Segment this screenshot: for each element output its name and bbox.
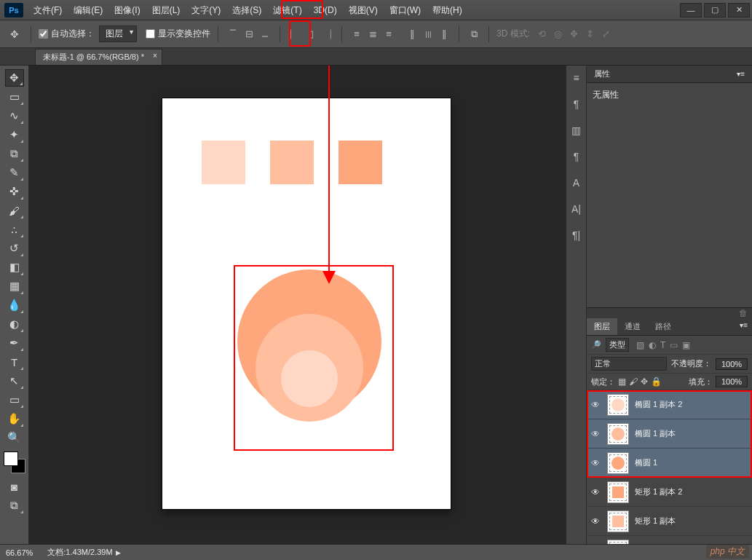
auto-align-icon[interactable]: ⧉ (467, 27, 481, 42)
lock-all-icon[interactable]: 🔒 (651, 376, 662, 387)
3d-scale-icon[interactable]: ⤢ (598, 27, 613, 42)
tool-gradient[interactable]: ▦ (5, 277, 24, 295)
menu-window[interactable]: 窗口(W) (384, 1, 427, 20)
properties-flyout-icon[interactable]: ▾≡ (737, 70, 745, 78)
tool-stamp[interactable]: ⛬ (5, 221, 24, 238)
layer-thumb[interactable] (607, 481, 629, 503)
visibility-icon[interactable]: 👁 (591, 429, 601, 439)
layer-row[interactable]: 👁 椭圆 1 (587, 449, 752, 478)
layer-name[interactable]: 矩形 1 副本 2 (635, 486, 682, 497)
tool-crop[interactable]: ⧉ (5, 145, 24, 162)
tool-path[interactable]: ↖ (5, 372, 24, 390)
tool-type[interactable]: T (5, 353, 24, 371)
align-hcenter-icon[interactable]: ▯ (304, 27, 318, 42)
tool-eraser[interactable]: ◧ (5, 259, 24, 276)
3d-orbit-icon[interactable]: ⟲ (534, 27, 549, 42)
dist-bottom-icon[interactable]: ≡ (381, 27, 396, 42)
menu-filter[interactable]: 滤镜(T) (267, 1, 307, 20)
close-tab-icon[interactable]: × (153, 52, 157, 60)
filter-kind-icon[interactable]: 🔎 (591, 340, 601, 350)
menu-select[interactable]: 选择(S) (226, 1, 267, 20)
visibility-icon[interactable]: 👁 (591, 487, 601, 497)
dock-glyph-icon[interactable]: A| (569, 202, 584, 216)
dist-vcenter-icon[interactable]: ≣ (365, 27, 380, 42)
menu-edit[interactable]: 编辑(E) (68, 1, 108, 20)
dock-history-icon[interactable]: ≡ (569, 71, 584, 84)
visibility-icon[interactable]: 👁 (591, 400, 601, 410)
auto-select-check[interactable]: 自动选择： (39, 28, 95, 40)
tool-pen[interactable]: ✒ (5, 334, 24, 352)
blend-mode-dropdown[interactable]: 正常 (591, 357, 667, 371)
dock-styles-icon[interactable]: A (569, 176, 584, 189)
lock-pos-icon[interactable]: ✥ (641, 376, 648, 387)
tool-shape[interactable]: ▭ (5, 391, 24, 409)
layer-name[interactable]: 椭圆 1 (635, 457, 657, 468)
tool-lasso[interactable]: ∿ (5, 107, 24, 125)
tab-layers[interactable]: 图层 (587, 318, 617, 335)
document-tab[interactable]: 未标题-1 @ 66.7%(RGB/8) * × (35, 49, 162, 65)
fill-value[interactable]: 100% (716, 376, 748, 387)
show-transform-checkbox[interactable] (146, 29, 155, 39)
dock-para2-icon[interactable]: ¶| (569, 229, 584, 242)
menu-file[interactable]: 文件(F) (28, 1, 68, 20)
properties-tab[interactable]: 属性 ▾≡ (587, 66, 752, 83)
menu-view[interactable]: 视图(V) (343, 1, 384, 20)
tool-eyedropper[interactable]: ✎ (5, 164, 24, 181)
tool-marquee[interactable]: ▭ (5, 88, 24, 106)
trash-icon[interactable]: 🗑 (739, 308, 748, 318)
dock-char-icon[interactable]: ¶ (569, 98, 584, 111)
auto-select-checkbox[interactable] (39, 29, 48, 39)
dist-left-icon[interactable]: ‖ (405, 27, 419, 42)
dock-para-icon[interactable]: ¶ (569, 150, 584, 163)
tool-history-brush[interactable]: ↺ (5, 240, 24, 257)
visibility-icon[interactable]: 👁 (591, 516, 601, 527)
dist-hcenter-icon[interactable]: ⫼ (421, 27, 435, 42)
layer-row[interactable]: 👁 矩形 1 副本 2 (587, 478, 752, 507)
lock-trans-icon[interactable]: ▦ (618, 376, 626, 387)
tool-zoom[interactable]: 🔍 (5, 429, 24, 446)
3d-pan-icon[interactable]: ✥ (566, 27, 581, 42)
dist-right-icon[interactable]: ‖ (437, 27, 451, 42)
layer-thumb[interactable] (607, 510, 629, 532)
align-right-icon[interactable]: ⎹ (320, 27, 334, 42)
tool-move[interactable]: ✥ (5, 69, 24, 87)
3d-slide-icon[interactable]: ⇕ (582, 27, 597, 42)
maximize-button[interactable]: ▢ (704, 3, 726, 17)
tool-dodge[interactable]: ◐ (5, 315, 24, 333)
menu-layer[interactable]: 图层(L) (146, 1, 186, 20)
layer-row[interactable]: 👁 椭圆 1 副本 (587, 419, 752, 449)
3d-roll-icon[interactable]: ◎ (550, 27, 565, 42)
shape-rect-1[interactable] (202, 141, 245, 184)
filter-pixel-icon[interactable]: ▧ (636, 340, 644, 350)
layer-thumb[interactable] (607, 452, 629, 474)
show-transform-check[interactable]: 显示变换控件 (146, 28, 210, 40)
filter-shape-icon[interactable]: ▭ (670, 340, 678, 350)
tool-screenmode[interactable]: ⧉ (5, 497, 24, 514)
layers-flyout-icon[interactable]: ▾≡ (735, 318, 752, 335)
menu-image[interactable]: 图像(I) (108, 1, 146, 20)
shape-rect-3[interactable] (339, 141, 382, 184)
tab-channels[interactable]: 通道 (617, 318, 648, 335)
lock-paint-icon[interactable]: 🖌 (629, 376, 638, 387)
dock-swatches-icon[interactable]: ▥ (569, 124, 584, 137)
tool-blur[interactable]: 💧 (5, 296, 24, 314)
filter-adjust-icon[interactable]: ◐ (649, 340, 656, 350)
color-swatches[interactable] (4, 451, 25, 473)
layer-row[interactable]: 👁 矩形 1 副本 (587, 507, 752, 536)
filter-type-icon[interactable]: T (660, 340, 665, 350)
doc-size[interactable]: 文档:1.43M/2.39M▶ (47, 547, 120, 558)
shape-ellipse-3[interactable] (281, 350, 338, 407)
layer-name[interactable]: 矩形 1 副本 (635, 516, 676, 527)
visibility-icon[interactable]: 👁 (591, 458, 601, 468)
fg-color-swatch[interactable] (4, 451, 18, 466)
menu-3d[interactable]: 3D(D) (308, 1, 343, 20)
minimize-button[interactable]: — (680, 3, 702, 17)
menu-help[interactable]: 帮助(H) (427, 1, 468, 20)
layer-thumb[interactable] (607, 394, 629, 416)
document-canvas[interactable] (162, 98, 451, 509)
tab-paths[interactable]: 路径 (648, 318, 678, 335)
layer-row[interactable]: 👁 椭圆 1 副本 2 (587, 390, 752, 419)
tool-hand[interactable]: ✋ (5, 410, 24, 427)
layer-thumb[interactable] (607, 423, 629, 445)
dist-top-icon[interactable]: ≡ (349, 27, 364, 42)
